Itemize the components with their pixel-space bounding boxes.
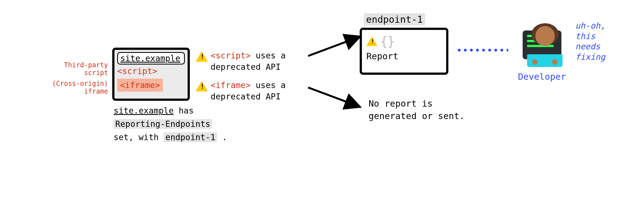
no-report-text: No report is generated or sent. bbox=[369, 97, 465, 122]
message-code: <iframe> bbox=[211, 80, 251, 90]
page-script-tag: <script> bbox=[117, 66, 185, 76]
diagram-canvas: Third-party script (Cross-origin) iframe… bbox=[0, 0, 644, 211]
caption-text-3: . bbox=[217, 132, 227, 142]
developer-avatar bbox=[520, 25, 564, 70]
endpoint-window: {} Report bbox=[360, 28, 448, 75]
warning-icon bbox=[196, 81, 208, 91]
developer-thought: uh-oh, this needs fixing bbox=[575, 20, 636, 62]
address-bar: site.example bbox=[117, 52, 185, 65]
caption-text-1: has bbox=[174, 106, 194, 115]
warning-icon bbox=[366, 37, 377, 46]
developer-label: Developer bbox=[514, 71, 570, 82]
page-iframe-tag: <iframe> bbox=[117, 79, 163, 92]
dotted-connector bbox=[456, 48, 508, 52]
warning-icon bbox=[196, 51, 208, 62]
developer-figure: Developer bbox=[514, 25, 570, 82]
braces-icon: {} bbox=[380, 34, 394, 49]
report-label: Report bbox=[366, 51, 442, 61]
endpoint-name-label: endpoint-1 bbox=[364, 13, 425, 25]
caption-endpoint: endpoint-1 bbox=[164, 132, 217, 142]
message-code: <script> bbox=[211, 51, 251, 60]
arrow-to-no-report bbox=[306, 85, 362, 110]
arrow-to-endpoint bbox=[306, 34, 362, 59]
caption-site: site.example bbox=[114, 106, 174, 115]
site-browser-window: site.example <script> <iframe> bbox=[112, 48, 190, 101]
label-cross-origin-iframe: (Cross-origin) iframe bbox=[50, 80, 108, 95]
label-third-party-script: Third-party script bbox=[50, 61, 108, 77]
site-url: site.example bbox=[120, 53, 180, 63]
caption-header: Reporting-Endpoints bbox=[114, 119, 212, 129]
site-caption: site.example has Reporting-Endpoints set… bbox=[114, 104, 258, 144]
caption-text-2: set, with bbox=[114, 132, 164, 142]
